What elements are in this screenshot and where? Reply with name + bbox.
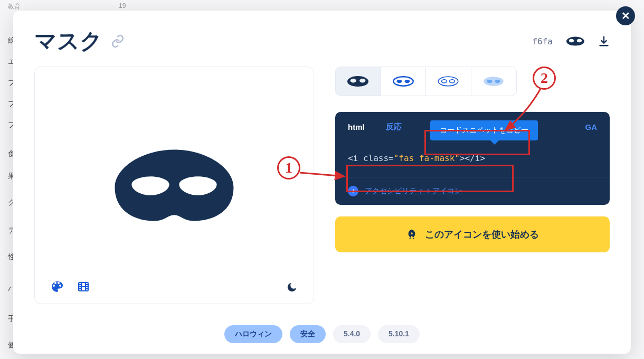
bg-left-word: 絵 — [8, 36, 11, 45]
permalink-icon[interactable] — [111, 34, 125, 48]
snippet-q2: " — [454, 153, 460, 163]
unicode-value[interactable]: f6fa — [532, 36, 553, 46]
moon-icon[interactable] — [286, 281, 298, 293]
annotation-marker-1-label: 1 — [285, 159, 292, 176]
right-column: html 反応 GA コードスニペットをコピー <i class="fas fa… — [335, 67, 610, 304]
variant-light[interactable] — [426, 67, 471, 96]
copy-tooltip-label: コードスニペットをコピー — [440, 126, 528, 134]
title-wrap: マスク — [34, 26, 125, 56]
tab-react[interactable]: 反応 — [386, 122, 402, 132]
bg-left-word: 手 — [8, 314, 11, 324]
annotation-marker-2-label: 2 — [541, 70, 548, 87]
bg-left-word: テ — [8, 226, 11, 235]
start-using-button[interactable]: このアイコンを使い始める — [335, 216, 610, 252]
tab-svga[interactable]: GA — [585, 122, 598, 131]
snippet-q1: " — [394, 153, 399, 163]
code-snippet[interactable]: <i class="fas fa-mask"></i> — [335, 141, 610, 177]
svg-point-16 — [495, 80, 500, 83]
snippet-close-open: > — [460, 153, 465, 163]
header-right: f6fa — [532, 35, 610, 47]
close-button[interactable]: ✕ — [616, 6, 635, 25]
a11y-link[interactable]: アクセシビリティ + アイコン — [365, 186, 462, 196]
snippet-attr: class= — [358, 153, 393, 163]
tag-halloween[interactable]: ハロウィン — [224, 325, 282, 343]
tag-safety[interactable]: 安全 — [290, 325, 326, 343]
code-snippet-box: html 反応 GA コードスニペットをコピー <i class="fas fa… — [335, 112, 610, 205]
preview-toolbar — [51, 280, 90, 293]
svg-point-10 — [404, 80, 410, 83]
bg-left-word: 健 — [8, 341, 11, 350]
palette-icon[interactable] — [51, 280, 63, 293]
bg-left-word: 性 — [8, 252, 11, 262]
modal-header: マスク f6fa — [34, 26, 610, 56]
modal-body: html 反応 GA コードスニペットをコピー <i class="fas fa… — [34, 67, 610, 304]
icon-preview — [34, 67, 314, 304]
page-title: マスク — [34, 26, 102, 56]
snippet-open: <i — [348, 153, 358, 163]
annotation-marker-1: 1 — [277, 156, 300, 180]
tab-html[interactable]: html — [348, 122, 365, 131]
tag-version-2[interactable]: 5.10.1 — [378, 325, 420, 343]
cta-label: このアイコンを使い始める — [425, 228, 539, 241]
info-icon: i — [348, 186, 358, 196]
mask-icon-large — [111, 146, 238, 225]
rocket-icon — [406, 229, 418, 240]
footer-tags: ハロウィン 安全 5.4.0 5.10.1 — [34, 325, 610, 343]
download-icon[interactable] — [598, 35, 610, 47]
tag-version-1[interactable]: 5.4.0 — [333, 325, 371, 343]
svg-point-14 — [484, 77, 504, 86]
variant-duotone[interactable] — [471, 67, 517, 96]
svg-point-9 — [396, 80, 402, 83]
style-variants — [335, 67, 517, 96]
icon-detail-modal: ✕ マスク f6fa — [13, 11, 631, 354]
bg-left-word: フ — [8, 120, 11, 130]
bg-left-word: エ — [8, 57, 11, 67]
annotation-marker-2: 2 — [533, 67, 556, 90]
svg-point-13 — [450, 80, 455, 83]
bg-left-word: フ — [8, 99, 11, 109]
variant-regular[interactable] — [381, 67, 427, 96]
variant-solid[interactable] — [336, 67, 381, 96]
bg-left-word: ク — [8, 198, 11, 207]
snippet-close: </i> — [465, 153, 486, 163]
snippet-val: fas fa-mask — [399, 153, 454, 163]
bg-top-left: 教育 — [8, 2, 21, 11]
svg-point-8 — [393, 77, 413, 86]
bg-top-left-num: 19 — [119, 2, 126, 10]
bg-left-word: フ — [8, 78, 11, 88]
svg-point-12 — [442, 80, 447, 83]
bg-left-word: 果 — [8, 172, 11, 181]
svg-point-15 — [487, 80, 493, 83]
close-icon: ✕ — [621, 10, 630, 22]
copy-tooltip: コードスニペットをコピー — [430, 120, 538, 140]
bg-left-word: 食 — [8, 149, 11, 159]
mask-icon[interactable] — [566, 35, 584, 47]
left-column — [34, 67, 314, 304]
film-icon[interactable] — [77, 280, 90, 293]
bg-left-word: ハ — [8, 284, 11, 294]
a11y-row: i アクセシビリティ + アイコン — [335, 177, 610, 205]
